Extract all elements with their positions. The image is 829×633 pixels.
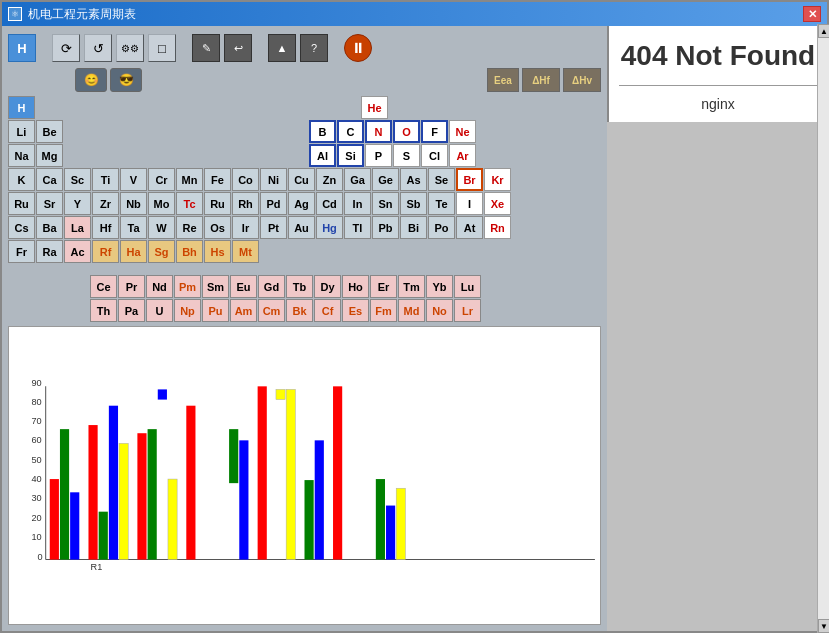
element-Ac[interactable]: Ac [64,240,91,263]
element-Rh[interactable]: Rh [232,192,259,215]
element-Eu[interactable]: Eu [230,275,257,298]
element-Xe[interactable]: Xe [484,192,511,215]
element-Am[interactable]: Am [230,299,257,322]
element-Ir[interactable]: Ir [232,216,259,239]
element-Ar[interactable]: Ar [449,144,476,167]
element-C[interactable]: C [337,120,364,143]
element-Se[interactable]: Se [428,168,455,191]
element-Mt[interactable]: Mt [232,240,259,263]
scroll-down-button[interactable]: ▼ [818,619,827,631]
element-Pa[interactable]: Pa [118,299,145,322]
btn-dhv[interactable]: ΔHv [563,68,601,92]
element-Ag[interactable]: Ag [288,192,315,215]
element-Dy[interactable]: Dy [314,275,341,298]
element-Mn[interactable]: Mn [176,168,203,191]
element-W[interactable]: W [148,216,175,239]
element-Ho[interactable]: Ho [342,275,369,298]
element-Rf[interactable]: Rf [92,240,119,263]
element-Po[interactable]: Po [428,216,455,239]
element-Pr[interactable]: Pr [118,275,145,298]
element-Hs[interactable]: Hs [204,240,231,263]
element-Sb[interactable]: Sb [400,192,427,215]
element-Cr[interactable]: Cr [148,168,175,191]
toolbar-btn-5[interactable]: ✎ [192,34,220,62]
element-Fe[interactable]: Fe [204,168,231,191]
element-Ne[interactable]: Ne [449,120,476,143]
element-h-button[interactable]: H [8,34,36,62]
element-Lr[interactable]: Lr [454,299,481,322]
element-Br[interactable]: Br [456,168,483,191]
element-Pd[interactable]: Pd [260,192,287,215]
element-Ta[interactable]: Ta [120,216,147,239]
toolbar-btn-stop[interactable]: ⏸ [344,34,372,62]
element-Ha[interactable]: Ha [120,240,147,263]
close-button[interactable]: ✕ [803,6,821,22]
element-Pm[interactable]: Pm [174,275,201,298]
element-Ru2[interactable]: Ru [204,192,231,215]
element-N[interactable]: N [365,120,392,143]
element-Cf[interactable]: Cf [314,299,341,322]
element-Re[interactable]: Re [176,216,203,239]
element-Ga[interactable]: Ga [344,168,371,191]
element-P[interactable]: P [365,144,392,167]
element-Ru[interactable]: Ru [8,192,35,215]
btn-dhf[interactable]: ΔHf [522,68,560,92]
element-Lu[interactable]: Lu [454,275,481,298]
element-La[interactable]: La [64,216,91,239]
element-As[interactable]: As [400,168,427,191]
element-Kr[interactable]: Kr [484,168,511,191]
element-Fm[interactable]: Fm [370,299,397,322]
element-Nd[interactable]: Nd [146,275,173,298]
element-Ge[interactable]: Ge [372,168,399,191]
element-Ti[interactable]: Ti [92,168,119,191]
btn-ea[interactable]: Eea [487,68,519,92]
element-S[interactable]: S [393,144,420,167]
element-Yb[interactable]: Yb [426,275,453,298]
element-Tm[interactable]: Tm [398,275,425,298]
toolbar-btn-8[interactable]: ? [300,34,328,62]
element-Sg[interactable]: Sg [148,240,175,263]
icon-btn-face1[interactable]: 😊 [75,68,107,92]
element-Gd[interactable]: Gd [258,275,285,298]
element-Mo[interactable]: Mo [148,192,175,215]
element-Cl[interactable]: Cl [421,144,448,167]
element-Pt[interactable]: Pt [260,216,287,239]
toolbar-btn-6[interactable]: ↩ [224,34,252,62]
element-Bh[interactable]: Bh [176,240,203,263]
element-Sr[interactable]: Sr [36,192,63,215]
element-F[interactable]: F [421,120,448,143]
scrollbar[interactable]: ▲ ▼ [817,26,827,631]
element-Es[interactable]: Es [342,299,369,322]
element-Zn[interactable]: Zn [316,168,343,191]
element-Md[interactable]: Md [398,299,425,322]
element-I[interactable]: I [456,192,483,215]
element-Pb[interactable]: Pb [372,216,399,239]
icon-btn-face2[interactable]: 😎 [110,68,142,92]
element-Np[interactable]: Np [174,299,201,322]
element-Cu[interactable]: Cu [288,168,315,191]
element-Cd[interactable]: Cd [316,192,343,215]
element-Bi[interactable]: Bi [400,216,427,239]
element-Pu[interactable]: Pu [202,299,229,322]
element-Os[interactable]: Os [204,216,231,239]
element-Ce[interactable]: Ce [90,275,117,298]
element-Ra[interactable]: Ra [36,240,63,263]
element-Bk[interactable]: Bk [286,299,313,322]
element-Al[interactable]: Al [309,144,336,167]
element-Ni[interactable]: Ni [260,168,287,191]
element-Na[interactable]: Na [8,144,35,167]
element-Tl[interactable]: Tl [344,216,371,239]
element-H[interactable]: H [8,96,35,119]
element-Hf[interactable]: Hf [92,216,119,239]
element-Li[interactable]: Li [8,120,35,143]
element-Mg[interactable]: Mg [36,144,63,167]
element-Au[interactable]: Au [288,216,315,239]
element-O[interactable]: O [393,120,420,143]
toolbar-btn-4[interactable]: □ [148,34,176,62]
toolbar-btn-3[interactable]: ⚙⚙ [116,34,144,62]
element-Te[interactable]: Te [428,192,455,215]
toolbar-btn-1[interactable]: ⟳ [52,34,80,62]
element-Be[interactable]: Be [36,120,63,143]
element-In[interactable]: In [344,192,371,215]
element-V[interactable]: V [120,168,147,191]
